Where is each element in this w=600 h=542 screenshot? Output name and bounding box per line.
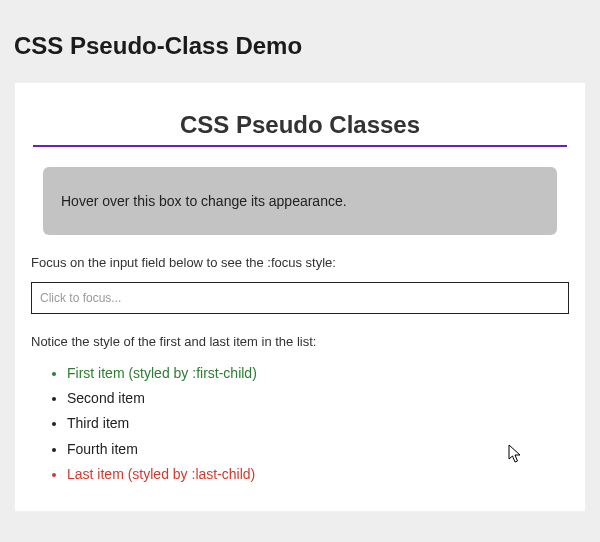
list-instruction: Notice the style of the first and last i… [31, 334, 569, 349]
focus-instruction: Focus on the input field below to see th… [31, 255, 569, 270]
demo-list: First item (styled by :first-child) Seco… [49, 361, 569, 487]
focus-input[interactable] [31, 282, 569, 314]
page-root: CSS Pseudo-Class Demo CSS Pseudo Classes… [0, 0, 600, 526]
heading-underline [33, 145, 567, 147]
list-item: Second item [67, 386, 569, 411]
hover-box-text: Hover over this box to change its appear… [61, 193, 347, 209]
list-item: First item (styled by :first-child) [67, 361, 569, 386]
page-title: CSS Pseudo-Class Demo [14, 32, 586, 60]
panel-heading: CSS Pseudo Classes [27, 103, 573, 145]
list-item: Fourth item [67, 437, 569, 462]
demo-panel: CSS Pseudo Classes Hover over this box t… [14, 82, 586, 512]
list-item: Third item [67, 411, 569, 436]
list-item: Last item (styled by :last-child) [67, 462, 569, 487]
hover-box[interactable]: Hover over this box to change its appear… [43, 167, 557, 235]
